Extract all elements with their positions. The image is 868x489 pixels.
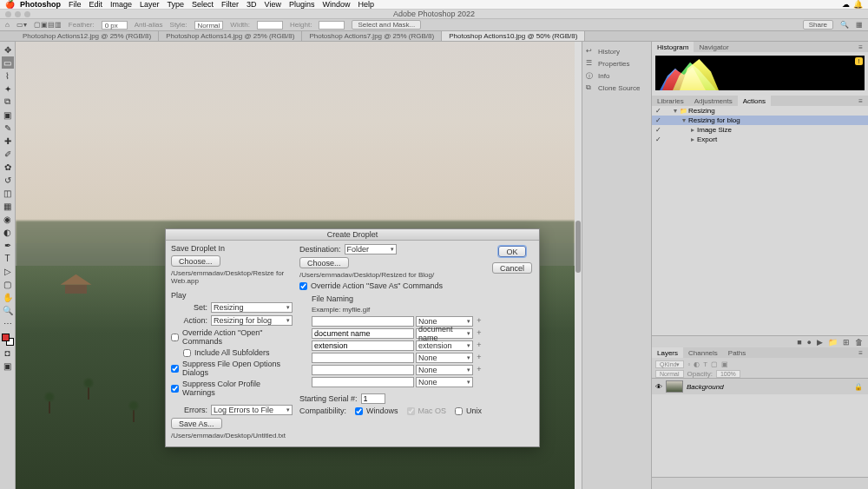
filter-type-icon[interactable]: T bbox=[703, 360, 707, 368]
naming-field[interactable] bbox=[312, 316, 414, 327]
width-input[interactable] bbox=[257, 21, 283, 30]
share-button[interactable]: Share bbox=[803, 20, 833, 30]
info-panel-toggle[interactable]: ⓘInfo bbox=[582, 69, 651, 82]
menu-file[interactable]: File bbox=[69, 0, 82, 9]
layer-row-background[interactable]: 👁 Background 🔒 bbox=[652, 379, 868, 394]
stop-icon[interactable]: ■ bbox=[797, 338, 801, 347]
choose-destination-button[interactable]: Choose... bbox=[299, 257, 349, 268]
select-and-mask-button[interactable]: Select and Mask... bbox=[352, 20, 421, 30]
blend-mode-select[interactable]: Normal bbox=[655, 370, 684, 378]
gradient-tool-icon[interactable]: ▦ bbox=[2, 200, 14, 212]
apple-menu-icon[interactable]: 🍎 bbox=[5, 0, 15, 9]
document-tab-active[interactable]: Photoshop Actions10.jpg @ 50% (RGB/8) bbox=[442, 31, 585, 41]
compat-unix-checkbox[interactable]: Unix bbox=[455, 406, 482, 415]
naming-field[interactable] bbox=[312, 328, 414, 339]
libraries-tab[interactable]: Libraries bbox=[652, 96, 689, 106]
feather-input[interactable]: 0 px bbox=[102, 21, 128, 30]
panel-menu-icon[interactable]: ≡ bbox=[853, 42, 868, 52]
document-tab[interactable]: Photoshop Actions7.jpg @ 25% (RGB/8) bbox=[302, 31, 442, 41]
layer-thumbnail[interactable] bbox=[666, 380, 683, 393]
panel-menu-icon[interactable]: ≡ bbox=[853, 347, 868, 358]
panel-menu-icon[interactable]: ≡ bbox=[853, 96, 868, 106]
naming-select[interactable]: extension bbox=[416, 340, 473, 351]
properties-panel-toggle[interactable]: ☰Properties bbox=[582, 57, 651, 69]
choose-save-location-button[interactable]: Choose... bbox=[171, 255, 220, 267]
menu-edit[interactable]: Edit bbox=[89, 0, 103, 9]
suppress-dialogs-checkbox[interactable]: Suppress File Open Options Dialogs bbox=[171, 360, 293, 377]
menu-type[interactable]: Type bbox=[168, 0, 185, 9]
paths-tab[interactable]: Paths bbox=[723, 347, 751, 358]
window-zoom-icon[interactable] bbox=[24, 11, 30, 17]
edit-toolbar-icon[interactable]: ⋯ bbox=[2, 317, 14, 329]
menu-filter[interactable]: Filter bbox=[221, 0, 239, 9]
style-select[interactable]: Normal bbox=[194, 21, 224, 30]
compat-windows-checkbox[interactable]: Windows bbox=[355, 406, 398, 415]
height-input[interactable] bbox=[319, 21, 345, 30]
menu-help[interactable]: Help bbox=[358, 0, 375, 9]
destination-select[interactable]: Folder bbox=[345, 244, 397, 254]
window-close-icon[interactable] bbox=[5, 11, 11, 17]
new-set-icon[interactable]: 📁 bbox=[828, 338, 838, 347]
type-tool-icon[interactable]: T bbox=[2, 252, 14, 264]
menu-layer[interactable]: Layer bbox=[140, 0, 160, 9]
naming-field[interactable] bbox=[312, 353, 414, 363]
menu-plugins[interactable]: Plugins bbox=[289, 0, 315, 9]
search-icon[interactable]: 🔍 bbox=[840, 21, 849, 29]
screenmode-icon[interactable]: ▣ bbox=[2, 360, 14, 372]
navigator-tab[interactable]: Navigator bbox=[694, 42, 733, 52]
naming-select[interactable]: None bbox=[416, 353, 473, 363]
naming-select[interactable]: None bbox=[416, 365, 473, 375]
action-step-row[interactable]: ✓▸ Export bbox=[652, 135, 868, 144]
frame-tool-icon[interactable]: ▣ bbox=[2, 109, 14, 121]
new-action-icon[interactable]: ⊞ bbox=[843, 338, 850, 347]
override-open-checkbox[interactable]: Override Action "Open" Commands bbox=[171, 328, 293, 346]
naming-select[interactable]: None bbox=[416, 377, 473, 387]
eyedropper-tool-icon[interactable]: ✎ bbox=[2, 122, 14, 134]
action-row-selected[interactable]: ✓▾ Resizing for blog bbox=[652, 116, 868, 125]
workspace-switcher-icon[interactable]: ▦ bbox=[856, 21, 863, 29]
color-swatch[interactable] bbox=[2, 334, 14, 346]
naming-field[interactable] bbox=[312, 340, 414, 351]
action-set-row[interactable]: ✓▾📁 Resizing bbox=[652, 106, 868, 116]
move-tool-icon[interactable]: ✥ bbox=[2, 43, 14, 56]
blur-tool-icon[interactable]: ◉ bbox=[2, 213, 14, 225]
antialias-checkbox[interactable]: Anti-alias bbox=[135, 21, 163, 29]
channels-tab[interactable]: Channels bbox=[683, 347, 723, 358]
naming-field[interactable] bbox=[312, 365, 414, 375]
tool-preset-icon[interactable]: ▭▾ bbox=[16, 21, 27, 29]
wand-tool-icon[interactable]: ✦ bbox=[2, 83, 14, 95]
action-step-row[interactable]: ✓▸ Image Size bbox=[652, 125, 868, 135]
adjustments-tab[interactable]: Adjustments bbox=[689, 96, 738, 106]
lock-icon[interactable]: 🔒 bbox=[854, 383, 863, 391]
serial-input[interactable] bbox=[361, 393, 385, 404]
histogram-tab[interactable]: Histogram bbox=[652, 42, 694, 52]
trash-icon[interactable]: 🗑 bbox=[855, 338, 863, 347]
errors-select[interactable]: Log Errors to File bbox=[211, 405, 293, 415]
actions-tab[interactable]: Actions bbox=[738, 96, 771, 106]
layer-filter-select[interactable]: Q Kind ▾ bbox=[655, 360, 684, 368]
healing-tool-icon[interactable]: ✚ bbox=[2, 135, 14, 147]
include-subfolders-checkbox[interactable]: Include All Subfolders bbox=[171, 348, 293, 357]
menu-image[interactable]: Image bbox=[110, 0, 132, 9]
home-icon[interactable]: ⌂ bbox=[5, 21, 10, 29]
histogram-warning-icon[interactable]: ! bbox=[855, 57, 863, 65]
zoom-tool-icon[interactable]: 🔍 bbox=[2, 304, 14, 316]
pen-tool-icon[interactable]: ✒ bbox=[2, 239, 14, 251]
hand-tool-icon[interactable]: ✋ bbox=[2, 291, 14, 303]
history-brush-tool-icon[interactable]: ↺ bbox=[2, 174, 14, 186]
document-tab[interactable]: Photoshop Actions14.jpg @ 25% (RGB/8) bbox=[159, 31, 302, 41]
document-tab[interactable]: Photoshop Actions12.jpg @ 25% (RGB/8) bbox=[16, 31, 159, 41]
stamp-tool-icon[interactable]: ✿ bbox=[2, 161, 14, 173]
menu-select[interactable]: Select bbox=[192, 0, 214, 9]
filter-adjust-icon[interactable]: ◐ bbox=[694, 360, 700, 368]
layer-name[interactable]: Background bbox=[687, 383, 724, 391]
menu-window[interactable]: Window bbox=[323, 0, 351, 9]
opacity-input[interactable]: 100% bbox=[716, 370, 740, 378]
override-saveas-checkbox[interactable]: Override Action "Save As" Commands bbox=[299, 281, 483, 290]
set-select[interactable]: Resizing bbox=[211, 302, 293, 313]
suppress-color-checkbox[interactable]: Suppress Color Profile Warnings bbox=[171, 380, 293, 397]
clonesource-panel-toggle[interactable]: ⧉Clone Source bbox=[582, 82, 651, 94]
window-minimize-icon[interactable] bbox=[15, 11, 21, 17]
brush-tool-icon[interactable]: ✐ bbox=[2, 148, 14, 160]
dodge-tool-icon[interactable]: ◐ bbox=[2, 226, 14, 238]
